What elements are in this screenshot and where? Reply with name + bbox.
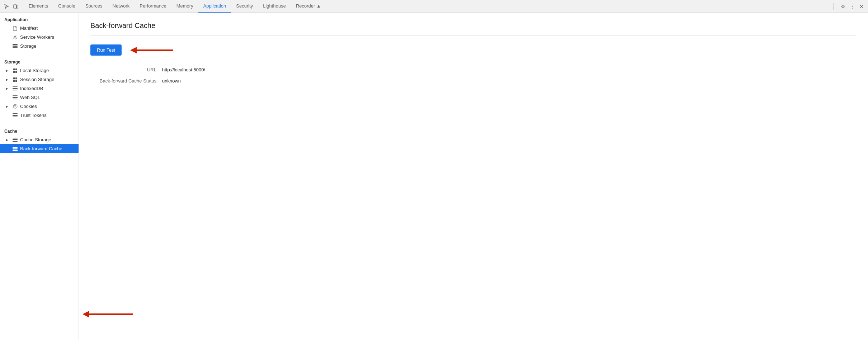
tab-sources[interactable]: Sources bbox=[80, 0, 108, 13]
cookie-icon bbox=[12, 104, 18, 109]
svg-point-6 bbox=[15, 107, 16, 107]
svg-point-2 bbox=[14, 36, 16, 38]
sidebar-item-label: IndexedDB bbox=[20, 86, 43, 91]
sidebar-section-application: Application bbox=[0, 13, 79, 24]
tab-network[interactable]: Network bbox=[108, 0, 135, 13]
sidebar-item-web-sql[interactable]: Web SQL bbox=[0, 93, 79, 102]
sidebar-item-back-forward-cache[interactable]: Back-forward Cache bbox=[0, 144, 79, 153]
sidebar-item-label: Storage bbox=[20, 43, 37, 49]
cache-status-row: Back-forward Cache Status unknown bbox=[90, 78, 857, 84]
db-icon bbox=[12, 113, 18, 118]
sidebar-item-local-storage[interactable]: ▶Local Storage bbox=[0, 66, 79, 75]
sidebar-item-label: Trust Tokens bbox=[20, 113, 47, 118]
sidebar-item-indexeddb[interactable]: ▶IndexedDB bbox=[0, 84, 79, 93]
svg-rect-0 bbox=[14, 5, 16, 8]
sidebar-divider bbox=[0, 53, 79, 53]
sidebar-item-service-workers[interactable]: Service Workers bbox=[0, 33, 79, 42]
close-icon[interactable]: ✕ bbox=[858, 3, 865, 10]
tab-console[interactable]: Console bbox=[53, 0, 80, 13]
arrow-to-button bbox=[130, 45, 173, 56]
content-area: Back-forward Cache Run Test URL http://l… bbox=[79, 13, 868, 340]
url-label: URL bbox=[90, 67, 162, 72]
main-layout: ApplicationManifestService WorkersStorag… bbox=[0, 13, 868, 340]
devtools-tabs: ElementsConsoleSourcesNetworkPerformance… bbox=[24, 0, 830, 13]
gear-icon bbox=[12, 35, 18, 40]
svg-point-5 bbox=[15, 105, 16, 106]
tab-security[interactable]: Security bbox=[231, 0, 258, 13]
device-icon[interactable] bbox=[12, 3, 19, 10]
svg-point-7 bbox=[14, 107, 15, 108]
cache-status-value: unknown bbox=[162, 78, 181, 84]
sidebar: ApplicationManifestService WorkersStorag… bbox=[0, 13, 79, 340]
page-title: Back-forward Cache bbox=[90, 22, 857, 30]
tab-elements[interactable]: Elements bbox=[24, 0, 53, 13]
cursor-icon[interactable] bbox=[3, 3, 10, 10]
sidebar-item-cache-storage[interactable]: ▶Cache Storage bbox=[0, 135, 79, 144]
svg-rect-8 bbox=[13, 147, 18, 148]
devtools-toolbar: ElementsConsoleSourcesNetworkPerformance… bbox=[0, 0, 868, 13]
table-icon bbox=[12, 69, 18, 73]
sidebar-section-storage: Storage bbox=[0, 55, 79, 66]
svg-rect-1 bbox=[16, 6, 18, 8]
sidebar-item-cookies[interactable]: ▶Cookies bbox=[0, 102, 79, 111]
sidebar-item-storage[interactable]: Storage bbox=[0, 42, 79, 51]
cache-icon bbox=[12, 147, 18, 151]
sidebar-item-label: Cache Storage bbox=[20, 137, 51, 142]
sidebar-item-label: Web SQL bbox=[20, 95, 40, 100]
tab-application[interactable]: Application bbox=[198, 0, 231, 13]
toolbar-left-icons bbox=[3, 3, 19, 10]
sidebar-section-cache: Cache bbox=[0, 124, 79, 135]
sidebar-item-label: Manifest bbox=[20, 25, 38, 31]
sidebar-divider bbox=[0, 122, 79, 122]
svg-rect-9 bbox=[13, 148, 18, 149]
sidebar-item-trust-tokens[interactable]: Trust Tokens bbox=[0, 111, 79, 120]
url-row: URL http://localhost:5000/ bbox=[90, 67, 857, 72]
sidebar-item-label: Back-forward Cache bbox=[20, 146, 62, 151]
tab-recorder-▲[interactable]: Recorder ▲ bbox=[291, 0, 326, 13]
content-divider bbox=[90, 36, 857, 36]
sidebar-item-label: Service Workers bbox=[20, 34, 54, 40]
toolbar-right: ⚙ ⋮ ✕ bbox=[839, 3, 865, 10]
cache-status-label: Back-forward Cache Status bbox=[90, 78, 162, 84]
sidebar-item-label: Session Storage bbox=[20, 77, 54, 82]
url-value: http://localhost:5000/ bbox=[162, 67, 205, 72]
run-test-button[interactable]: Run Test bbox=[90, 44, 122, 56]
tab-memory[interactable]: Memory bbox=[171, 0, 198, 13]
db-icon bbox=[12, 86, 18, 91]
settings-icon[interactable]: ⚙ bbox=[839, 3, 846, 10]
svg-rect-10 bbox=[13, 150, 18, 151]
toolbar-separator bbox=[833, 3, 834, 10]
run-test-row: Run Test bbox=[90, 44, 857, 56]
sidebar-item-label: Cookies bbox=[20, 104, 37, 109]
tab-performance[interactable]: Performance bbox=[135, 0, 171, 13]
svg-point-4 bbox=[14, 105, 15, 106]
svg-point-3 bbox=[13, 104, 17, 108]
table-icon bbox=[12, 77, 18, 82]
db-icon bbox=[12, 138, 18, 142]
db-icon bbox=[12, 44, 18, 48]
sidebar-item-label: Local Storage bbox=[20, 68, 49, 73]
doc-icon bbox=[12, 26, 18, 31]
sidebar-item-manifest[interactable]: Manifest bbox=[0, 24, 79, 33]
tab-lighthouse[interactable]: Lighthouse bbox=[258, 0, 291, 13]
db-icon bbox=[12, 95, 18, 100]
more-icon[interactable]: ⋮ bbox=[849, 3, 856, 10]
sidebar-item-session-storage[interactable]: ▶Session Storage bbox=[0, 75, 79, 84]
svg-marker-12 bbox=[130, 47, 137, 53]
